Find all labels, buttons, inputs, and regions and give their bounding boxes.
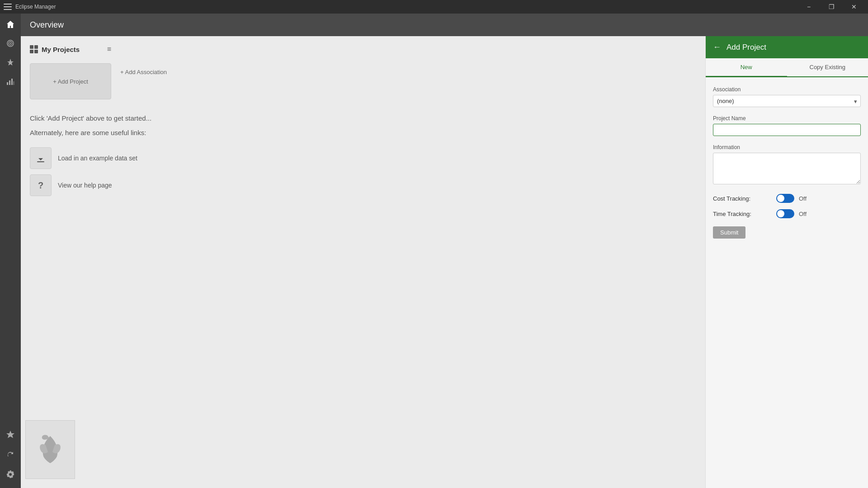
title-bar-left: Eclipse Manager bbox=[4, 4, 56, 10]
link-item-download[interactable]: Load in an example data set bbox=[30, 147, 696, 169]
information-label: Information bbox=[713, 144, 861, 150]
cost-tracking-state: Off bbox=[799, 195, 807, 202]
project-name-group: Project Name bbox=[713, 115, 861, 136]
association-group: Association (none) bbox=[713, 86, 861, 107]
cost-tracking-thumb bbox=[777, 195, 784, 202]
association-select[interactable]: (none) bbox=[713, 95, 861, 107]
sidebar-icon-settings[interactable] bbox=[1, 465, 19, 483]
useful-links: Load in an example data set ? View our h… bbox=[30, 147, 696, 196]
help-icon-box: ? bbox=[30, 174, 52, 196]
title-bar: Eclipse Manager − ❐ ✕ bbox=[0, 0, 868, 14]
help-icon: ? bbox=[38, 180, 43, 191]
instruction-text: Click 'Add Project' above to get started… bbox=[30, 113, 696, 138]
my-projects-title: My Projects bbox=[30, 45, 80, 53]
logo-area bbox=[25, 420, 75, 479]
overview-header: Overview bbox=[21, 14, 868, 36]
add-project-label: + Add Project bbox=[53, 78, 88, 85]
sidebar-icon-target[interactable] bbox=[1, 34, 19, 52]
overview-title: Overview bbox=[30, 20, 64, 30]
add-project-card[interactable]: + Add Project bbox=[30, 63, 111, 99]
time-tracking-state: Off bbox=[799, 211, 807, 217]
time-tracking-track bbox=[776, 209, 794, 218]
time-tracking-thumb bbox=[777, 210, 784, 217]
panel-header: ← Add Project bbox=[706, 36, 868, 58]
main-content: My Projects ≡ + Add Project + Add Associ… bbox=[21, 36, 868, 488]
project-name-input[interactable] bbox=[713, 124, 861, 136]
sidebar-icon-pin[interactable] bbox=[1, 53, 19, 71]
download-icon-box bbox=[30, 147, 52, 169]
svg-rect-6 bbox=[14, 81, 14, 85]
add-project-panel: ← Add Project New Copy Existing Associat… bbox=[705, 36, 868, 488]
association-label: Association bbox=[713, 86, 861, 93]
projects-menu-icon[interactable]: ≡ bbox=[107, 45, 111, 53]
cost-tracking-label: Cost Tracking: bbox=[713, 195, 776, 202]
panel-title: Add Project bbox=[726, 43, 766, 52]
svg-rect-4 bbox=[9, 80, 10, 85]
my-projects-header: My Projects ≡ bbox=[30, 45, 111, 53]
add-association-button[interactable]: + Add Association bbox=[120, 69, 167, 75]
app-container: Overview My Projects bbox=[0, 14, 868, 488]
close-button[interactable]: ✕ bbox=[844, 0, 864, 14]
sidebar-icon-star[interactable] bbox=[1, 426, 19, 444]
help-link-label: View our help page bbox=[58, 182, 112, 189]
information-group: Information bbox=[713, 144, 861, 186]
tab-new[interactable]: New bbox=[706, 58, 787, 77]
sidebar-icon-home[interactable] bbox=[1, 15, 19, 33]
sidebar-icon-refresh[interactable] bbox=[1, 446, 19, 464]
time-tracking-label: Time Tracking: bbox=[713, 211, 776, 217]
sidebar-bottom bbox=[1, 426, 19, 488]
back-button[interactable]: ← bbox=[713, 42, 721, 52]
title-bar-controls: − ❐ ✕ bbox=[798, 0, 864, 14]
content-area: Overview My Projects bbox=[21, 14, 868, 488]
menu-icon[interactable] bbox=[4, 4, 12, 10]
association-select-wrapper: (none) bbox=[713, 95, 861, 107]
sidebar bbox=[0, 14, 21, 488]
time-tracking-toggle[interactable] bbox=[776, 209, 794, 218]
submit-button[interactable]: Submit bbox=[713, 226, 745, 239]
panel-body: Association (none) Project Name bbox=[706, 77, 868, 488]
time-tracking-row: Time Tracking: Off bbox=[713, 209, 861, 218]
left-panel: My Projects ≡ + Add Project + Add Associ… bbox=[21, 36, 705, 488]
instruction-line1: Click 'Add Project' above to get started… bbox=[30, 113, 696, 124]
panel-tabs: New Copy Existing bbox=[706, 58, 868, 77]
grid-icon bbox=[30, 45, 38, 53]
cost-tracking-row: Cost Tracking: Off bbox=[713, 194, 861, 203]
add-association-label: + Add Association bbox=[120, 69, 167, 75]
information-textarea[interactable] bbox=[713, 153, 861, 184]
instruction-line2: Alternately, here are some useful links: bbox=[30, 127, 696, 138]
restore-button[interactable]: ❐ bbox=[821, 0, 842, 14]
cost-tracking-track bbox=[776, 194, 794, 203]
svg-rect-3 bbox=[7, 82, 8, 85]
my-projects-label: My Projects bbox=[42, 46, 80, 53]
download-link-label: Load in an example data set bbox=[58, 155, 137, 162]
sidebar-icon-chart[interactable] bbox=[1, 72, 19, 90]
app-name: Eclipse Manager bbox=[15, 4, 56, 10]
bird-logo-icon bbox=[37, 432, 64, 468]
cost-tracking-toggle[interactable] bbox=[776, 194, 794, 203]
link-item-help[interactable]: ? View our help page bbox=[30, 174, 696, 196]
projects-top-row: My Projects ≡ + Add Project + Add Associ… bbox=[30, 45, 696, 99]
svg-point-2 bbox=[10, 43, 11, 44]
svg-rect-5 bbox=[11, 79, 13, 85]
project-name-label: Project Name bbox=[713, 115, 861, 122]
tab-copy-existing[interactable]: Copy Existing bbox=[787, 58, 868, 77]
minimize-button[interactable]: − bbox=[798, 0, 819, 14]
